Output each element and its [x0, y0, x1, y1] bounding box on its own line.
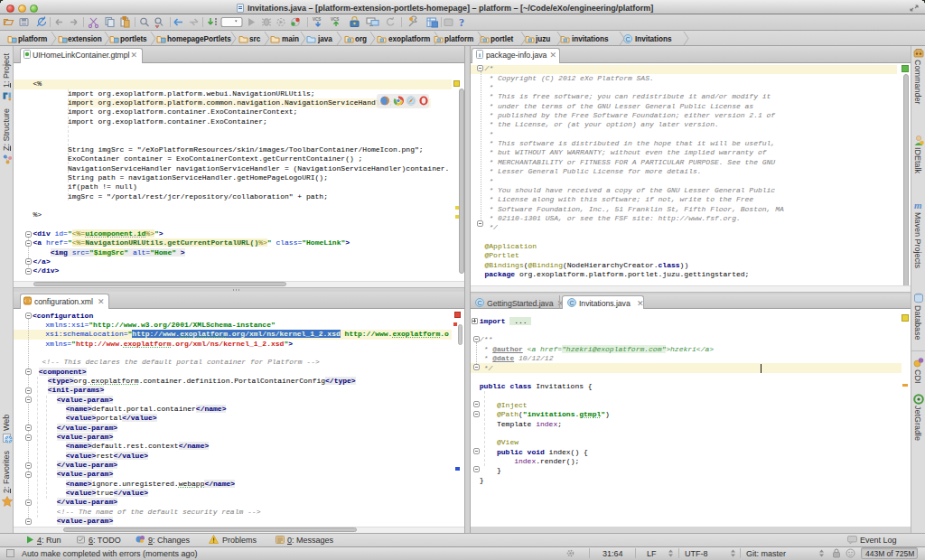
- svg-text:VCS: VCS: [313, 17, 321, 22]
- svg-text:C: C: [569, 300, 574, 306]
- svg-text:VCS: VCS: [331, 17, 339, 22]
- svg-text:m: m: [914, 200, 922, 210]
- svg-text:i: i: [479, 51, 481, 59]
- svg-text:?: ?: [459, 16, 464, 29]
- svg-text:C: C: [477, 300, 481, 306]
